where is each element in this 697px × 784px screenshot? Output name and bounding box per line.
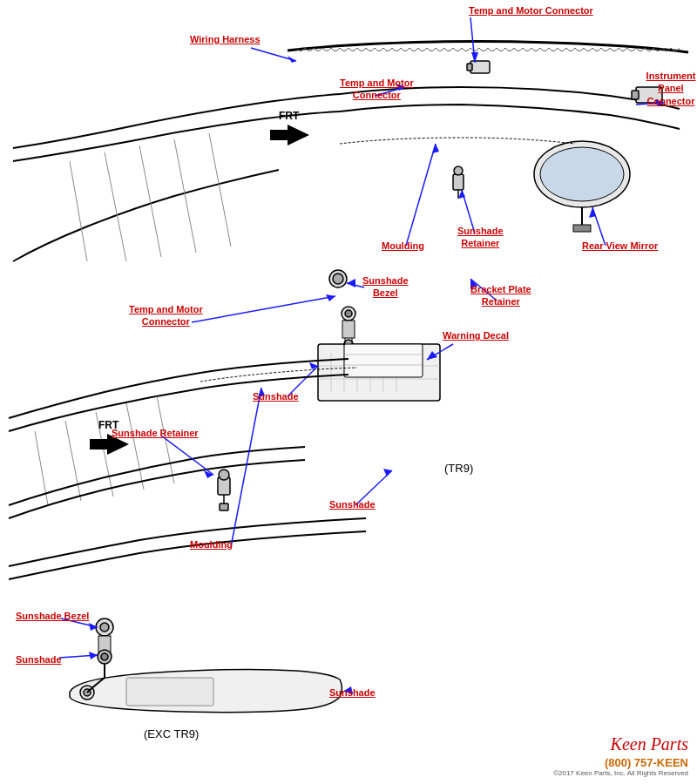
- svg-rect-35: [344, 344, 423, 377]
- label-sunshade-lower[interactable]: Sunshade: [16, 653, 62, 666]
- svg-point-17: [540, 147, 624, 201]
- svg-point-31: [454, 166, 463, 175]
- label-temp-motor-connector-top[interactable]: Temp and Motor Connector: [469, 4, 593, 17]
- label-temp-motor-connector-mid[interactable]: Temp and Motor Connector: [340, 77, 414, 102]
- svg-line-84: [231, 388, 261, 547]
- label-tr9: (TR9): [444, 462, 473, 475]
- svg-marker-49: [432, 144, 439, 153]
- svg-rect-19: [573, 225, 591, 232]
- logo-text: Keen Parts: [611, 734, 688, 754]
- label-exc-tr9: (EXC TR9): [144, 727, 199, 740]
- label-rear-view-mirror[interactable]: Rear View Mirror: [582, 240, 658, 252]
- label-sunshade-retainer-bottom[interactable]: Sunshade Retainer: [112, 427, 199, 439]
- svg-marker-57: [347, 279, 355, 287]
- label-instrument-panel-connector[interactable]: Instrument Panel Connector: [645, 70, 697, 107]
- label-sunshade-bezel-bottom[interactable]: Sunshade Bezel: [16, 610, 89, 622]
- svg-line-66: [157, 396, 174, 483]
- footer-copyright: ©2017 Keen Parts, Inc. All Rights Reserv…: [553, 769, 688, 777]
- svg-rect-27: [632, 91, 639, 99]
- svg-rect-72: [220, 504, 228, 510]
- label-wiring-harness[interactable]: Wiring Harness: [190, 33, 261, 45]
- diagram-container: FRT: [0, 0, 697, 784]
- svg-marker-5: [270, 125, 309, 145]
- svg-point-34: [333, 274, 343, 284]
- label-sunshade-mid[interactable]: Sunshade: [329, 498, 376, 510]
- label-sunshade-bezel-top[interactable]: Sunshade Bezel: [362, 274, 409, 300]
- svg-rect-29: [467, 64, 472, 71]
- svg-text:FRT: FRT: [279, 110, 300, 122]
- label-moulding-bottom[interactable]: Moulding: [190, 538, 233, 551]
- svg-line-1: [105, 152, 126, 261]
- svg-marker-91: [89, 652, 98, 659]
- footer-phone: (800) 757-KEEN: [553, 756, 688, 769]
- label-sunshade-top[interactable]: Sunshade: [253, 390, 299, 402]
- label-moulding-top[interactable]: Moulding: [382, 240, 424, 252]
- svg-rect-73: [126, 678, 213, 706]
- svg-line-4: [209, 133, 231, 247]
- label-bracket-plate-retainer[interactable]: Bracket Plate Retainer: [470, 283, 531, 308]
- svg-marker-87: [383, 469, 392, 476]
- svg-rect-28: [470, 61, 490, 73]
- svg-rect-22: [342, 321, 355, 338]
- label-sunshade-bottom[interactable]: Sunshade: [329, 686, 376, 699]
- svg-marker-61: [309, 362, 318, 369]
- svg-point-21: [345, 310, 352, 317]
- label-sunshade-retainer-top[interactable]: Sunshade Retainer: [457, 225, 504, 250]
- svg-line-65: [126, 403, 144, 490]
- footer-area: Keen Parts (800) 757-KEEN ©2017 Keen Par…: [553, 734, 688, 777]
- label-warning-decal[interactable]: Warning Decal: [443, 329, 509, 341]
- svg-line-3: [174, 139, 196, 253]
- svg-point-70: [219, 470, 229, 480]
- svg-line-63: [65, 421, 81, 501]
- svg-point-77: [100, 623, 109, 632]
- svg-point-80: [101, 653, 108, 660]
- svg-rect-30: [453, 174, 464, 190]
- svg-line-46: [192, 296, 335, 322]
- label-temp-motor-connector-left[interactable]: Temp and Motor Connector: [129, 303, 203, 328]
- svg-line-0: [70, 161, 87, 261]
- svg-line-48: [406, 144, 436, 246]
